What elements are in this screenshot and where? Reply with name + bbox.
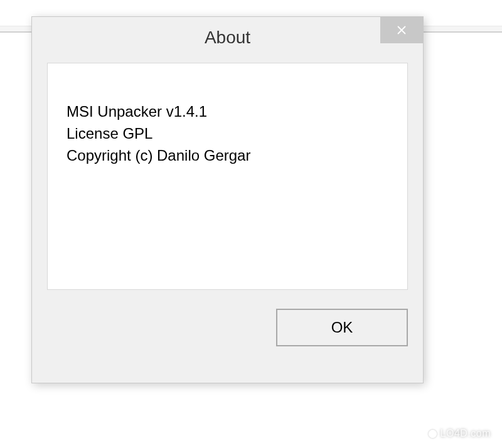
watermark: LO4D.com <box>429 428 491 439</box>
button-row: OK <box>47 309 408 346</box>
ok-button-label: OK <box>331 319 353 336</box>
close-button[interactable] <box>380 17 423 43</box>
content-panel: MSI Unpacker v1.4.1 License GPL Copyrigh… <box>47 63 408 290</box>
copyright-line: Copyright (c) Danilo Gergar <box>67 145 388 167</box>
license-line: License GPL <box>67 123 388 145</box>
close-icon <box>397 25 407 35</box>
ok-button[interactable]: OK <box>276 309 408 346</box>
watermark-text: LO4D.com <box>441 428 491 439</box>
watermark-icon <box>429 430 437 438</box>
app-name-version: MSI Unpacker v1.4.1 <box>67 101 388 123</box>
dialog-title: About <box>205 28 250 48</box>
about-dialog: About MSI Unpacker v1.4.1 License GPL Co… <box>31 16 424 383</box>
titlebar: About <box>32 17 423 58</box>
